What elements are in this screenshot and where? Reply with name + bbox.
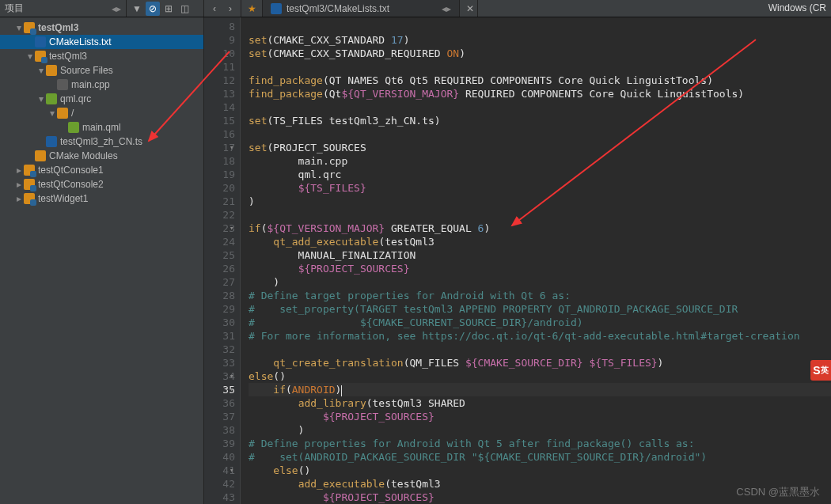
code-line[interactable] xyxy=(249,127,831,141)
tree-item[interactable]: ▸testWidget1 xyxy=(0,191,203,206)
line-number[interactable]: 10 xyxy=(204,47,235,60)
code-line[interactable]: # set(ANDROID_PACKAGE_SOURCE_DIR "${CMAK… xyxy=(249,450,831,464)
code-line[interactable]: qt_add_executable(testQml3 xyxy=(249,235,831,248)
code-line[interactable]: ${PROJECT_SOURCES} xyxy=(249,410,831,423)
code-line[interactable]: main.cpp xyxy=(249,154,831,168)
code-line[interactable]: set(TS_FILES testQml3_zh_CN.ts) xyxy=(249,114,831,127)
editor-tab[interactable]: testQml3/CMakeLists.txt ◂▸ xyxy=(263,0,460,17)
tree-item[interactable]: testQml3_zh_CN.ts xyxy=(0,135,203,149)
code-line[interactable]: ) xyxy=(249,275,831,289)
code-editor[interactable]: 8910111213141516171819202122232425262728… xyxy=(204,17,831,504)
tree-item[interactable]: CMake Modules xyxy=(0,149,203,163)
code-line[interactable]: qt_create_translation(QM_FILES ${CMAKE_S… xyxy=(249,356,831,369)
code-line[interactable]: find_package(QT NAMES Qt6 Qt5 REQUIRED C… xyxy=(249,74,831,87)
line-number[interactable]: 21 xyxy=(204,195,235,208)
line-number[interactable]: 11 xyxy=(204,60,235,74)
tree-item[interactable]: ▾qml.qrc xyxy=(0,92,203,106)
line-number[interactable]: 22 xyxy=(204,208,235,222)
code-body[interactable]: set(CMAKE_CXX_STANDARD 17)set(CMAKE_CXX_… xyxy=(241,17,831,504)
chevron-icon[interactable]: ▾ xyxy=(36,93,46,104)
code-line[interactable]: find_package(Qt${QT_VERSION_MAJOR} REQUI… xyxy=(249,87,831,100)
line-number[interactable]: 18 xyxy=(204,154,235,168)
line-number[interactable]: 23 xyxy=(204,222,235,235)
line-number[interactable]: 42 xyxy=(204,477,235,491)
kit-selector[interactable]: Windows (CR xyxy=(768,2,826,13)
line-number[interactable]: 31 xyxy=(204,329,235,343)
line-number[interactable]: 17 xyxy=(204,141,235,154)
tree-item[interactable]: main.qml xyxy=(0,120,203,135)
line-number[interactable]: 29 xyxy=(204,302,235,316)
line-number[interactable]: 27 xyxy=(204,275,235,289)
tree-item[interactable]: main.cpp xyxy=(0,78,203,92)
code-line[interactable]: # set_property(TARGET testQml3 APPEND PR… xyxy=(249,302,831,316)
back-icon[interactable]: ‹ xyxy=(207,2,222,16)
code-line[interactable]: if(${QT_VERSION_MAJOR} GREATER_EQUAL 6) xyxy=(249,222,831,235)
tree-item[interactable]: ▾/ xyxy=(0,106,203,120)
tree-item[interactable]: ▸testQtConsole1 xyxy=(0,163,203,177)
code-line[interactable]: set(CMAKE_CXX_STANDARD_REQUIRED ON) xyxy=(249,47,831,60)
tree-item[interactable]: ▸testQtConsole2 xyxy=(0,177,203,191)
line-number[interactable]: 15 xyxy=(204,114,235,127)
code-line[interactable] xyxy=(249,20,831,33)
line-number[interactable]: 35 xyxy=(204,383,235,396)
bookmark-icon[interactable]: ★ xyxy=(245,2,259,16)
code-line[interactable]: else() xyxy=(249,369,831,383)
line-number[interactable]: 25 xyxy=(204,248,235,262)
tree-item[interactable]: ▾testQml3 xyxy=(0,21,203,35)
code-line[interactable] xyxy=(249,208,831,222)
line-number[interactable]: 14 xyxy=(204,100,235,114)
code-line[interactable] xyxy=(249,343,831,356)
code-line[interactable]: # Define properties for Android with Qt … xyxy=(249,437,831,450)
code-line[interactable]: set(PROJECT_SOURCES xyxy=(249,141,831,154)
code-line[interactable]: ) xyxy=(249,195,831,208)
code-line[interactable]: # For more information, see https://doc.… xyxy=(249,329,831,343)
tree-item[interactable]: ▾Source Files xyxy=(0,63,203,78)
line-number[interactable]: 16 xyxy=(204,127,235,141)
line-number[interactable]: 41 xyxy=(204,464,235,477)
line-number[interactable]: 12 xyxy=(204,74,235,87)
code-line[interactable] xyxy=(249,100,831,114)
line-number[interactable]: 36 xyxy=(204,396,235,410)
line-number[interactable]: 20 xyxy=(204,181,235,195)
chevron-icon[interactable]: ▾ xyxy=(25,51,35,62)
line-number[interactable]: 28 xyxy=(204,289,235,302)
line-number[interactable]: 26 xyxy=(204,262,235,275)
code-line[interactable]: set(CMAKE_CXX_STANDARD 17) xyxy=(249,33,831,47)
project-tree[interactable]: ▾testQml3CMakeLists.txt▾testQml3▾Source … xyxy=(0,17,203,206)
code-line[interactable]: # ${CMAKE_CURRENT_SOURCE_DIR}/android) xyxy=(249,316,831,329)
chevron-icon[interactable]: ▸ xyxy=(14,165,24,176)
line-number[interactable]: 39 xyxy=(204,437,235,450)
tree-item[interactable]: ▾testQml3 xyxy=(0,49,203,63)
code-line[interactable]: MANUAL_FINALIZATION xyxy=(249,248,831,262)
split-icon[interactable]: ◫ xyxy=(177,2,192,16)
filter-icon[interactable]: ▼ xyxy=(130,2,144,16)
line-number[interactable]: 24 xyxy=(204,235,235,248)
line-number[interactable]: 40 xyxy=(204,450,235,464)
line-number[interactable]: 30 xyxy=(204,316,235,329)
line-number[interactable]: 34 xyxy=(204,369,235,383)
line-number[interactable]: 8 xyxy=(204,20,235,33)
line-number[interactable]: 13 xyxy=(204,87,235,100)
chevron-icon[interactable]: ▸ xyxy=(14,179,24,190)
code-line[interactable]: else() xyxy=(249,464,831,477)
forward-icon[interactable]: › xyxy=(223,2,237,16)
code-line[interactable]: ) xyxy=(249,423,831,437)
code-line[interactable]: if(ANDROID) xyxy=(249,383,831,396)
project-panel-title[interactable]: 项目 ◂▸ xyxy=(0,0,127,17)
line-number[interactable]: 43 xyxy=(204,491,235,504)
chevron-icon[interactable]: ▾ xyxy=(47,108,57,119)
chevron-icon[interactable]: ▾ xyxy=(14,22,24,33)
code-line[interactable]: add_library(testQml3 SHARED xyxy=(249,396,831,410)
line-number[interactable]: 19 xyxy=(204,168,235,181)
chevron-icon[interactable]: ▸ xyxy=(14,193,24,204)
line-number[interactable]: 37 xyxy=(204,410,235,423)
line-number[interactable]: 32 xyxy=(204,343,235,356)
line-number[interactable]: 33 xyxy=(204,356,235,369)
line-number[interactable]: 38 xyxy=(204,423,235,437)
ime-badge[interactable]: S英 xyxy=(810,360,831,381)
code-line[interactable]: qml.qrc xyxy=(249,168,831,181)
code-line[interactable] xyxy=(249,60,831,74)
line-number[interactable]: 9 xyxy=(204,33,235,47)
chevron-icon[interactable]: ▾ xyxy=(36,65,46,76)
link-icon[interactable]: ⊘ xyxy=(146,2,160,16)
